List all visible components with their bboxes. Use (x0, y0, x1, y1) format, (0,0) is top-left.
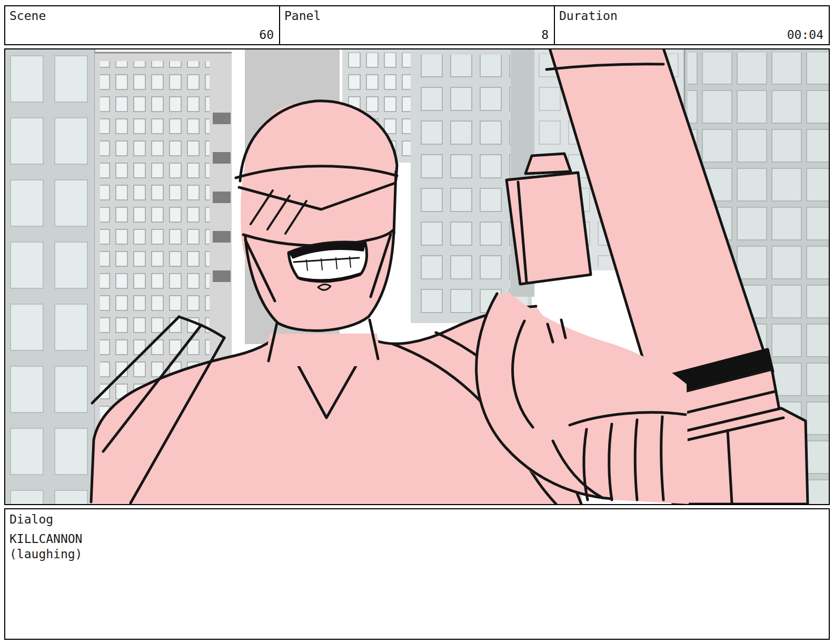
storyboard-image-panel (4, 48, 830, 505)
duration-value: 00:04 (787, 28, 823, 42)
robot-mouth (289, 242, 367, 283)
dialog-label: Dialog (9, 512, 53, 526)
building-far-left (5, 49, 95, 504)
panel-label: Panel (284, 9, 321, 23)
scene-label: Scene (9, 9, 46, 23)
dialog-speaker: KILLCANNON (9, 531, 82, 547)
dialog-box: Dialog KILLCANNON (laughing) (4, 508, 830, 640)
scene-value: 60 (259, 28, 274, 42)
storyboard-sheet: Scene 60 Panel 8 Duration 00:04 (0, 0, 834, 644)
dialog-direction: (laughing) (9, 547, 82, 562)
panel-value: 8 (541, 28, 549, 42)
duration-cell: Duration 00:04 (554, 5, 830, 45)
duration-label: Duration (559, 9, 618, 23)
dialog-lines: KILLCANNON (laughing) (9, 531, 82, 562)
storyboard-sketch (5, 49, 829, 504)
panel-cell: Panel 8 (279, 5, 555, 45)
header-row: Scene 60 Panel 8 Duration 00:04 (4, 5, 830, 45)
scene-cell: Scene 60 (4, 5, 280, 45)
robot-head (236, 100, 397, 330)
